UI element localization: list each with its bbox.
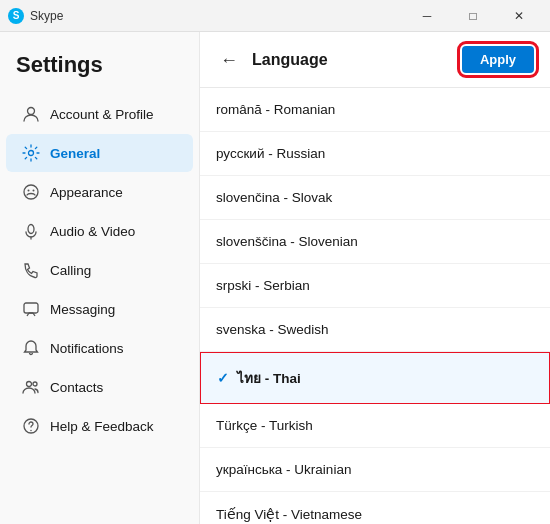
language-panel: ← Language Apply ✓română - Romanian✓русс… [200,32,550,524]
sidebar-item-audio-video[interactable]: Audio & Video [6,212,193,250]
maximize-button[interactable]: □ [450,0,496,32]
language-item[interactable]: ✓українська - Ukrainian [200,448,550,492]
sidebar-item-contacts-label: Contacts [50,380,103,395]
appearance-icon [22,183,40,201]
language-item[interactable]: ✓română - Romanian [200,88,550,132]
sidebar: Settings Account & Profile General [0,32,200,524]
language-item[interactable]: ✓svenska - Swedish [200,308,550,352]
sidebar-item-general-label: General [50,146,100,161]
sidebar-item-calling[interactable]: Calling [6,251,193,289]
settings-title: Settings [0,44,199,94]
sidebar-item-messaging-label: Messaging [50,302,115,317]
language-label: slovenčina - Slovak [216,190,332,205]
title-bar: S Skype ─ □ ✕ [0,0,550,32]
language-item[interactable]: ✓Tiếng Việt - Vietnamese [200,492,550,524]
check-icon: ✓ [217,370,229,386]
language-label: русский - Russian [216,146,325,161]
language-label: Türkçe - Turkish [216,418,313,433]
language-label: srpski - Serbian [216,278,310,293]
svg-point-11 [30,430,32,432]
help-icon [22,417,40,435]
language-label: svenska - Swedish [216,322,329,337]
sidebar-item-audio-video-label: Audio & Video [50,224,135,239]
messaging-icon [22,300,40,318]
language-label: ไทย - Thai [237,367,301,389]
general-icon [22,144,40,162]
svg-point-3 [28,190,30,192]
sidebar-item-appearance[interactable]: Appearance [6,173,193,211]
sidebar-item-account[interactable]: Account & Profile [6,95,193,133]
language-label: Tiếng Việt - Vietnamese [216,506,362,522]
sidebar-item-account-label: Account & Profile [50,107,154,122]
svg-point-1 [29,151,34,156]
language-item[interactable]: ✓slovenščina - Slovenian [200,220,550,264]
sidebar-item-contacts[interactable]: Contacts [6,368,193,406]
window-controls: ─ □ ✕ [404,0,542,32]
language-item[interactable]: ✓slovenčina - Slovak [200,176,550,220]
language-label: українська - Ukrainian [216,462,351,477]
svg-point-2 [24,185,38,199]
language-header: ← Language Apply [200,32,550,88]
svg-point-9 [33,382,37,386]
svg-point-8 [27,382,32,387]
sidebar-item-messaging[interactable]: Messaging [6,290,193,328]
language-item[interactable]: ✓русский - Russian [200,132,550,176]
sidebar-item-appearance-label: Appearance [50,185,123,200]
close-button[interactable]: ✕ [496,0,542,32]
language-item[interactable]: ✓srpski - Serbian [200,264,550,308]
sidebar-item-notifications[interactable]: Notifications [6,329,193,367]
back-button[interactable]: ← [216,49,242,71]
language-item[interactable]: ✓Türkçe - Turkish [200,404,550,448]
main-layout: Settings Account & Profile General [0,32,550,524]
language-title: Language [252,51,462,69]
svg-rect-7 [24,303,38,313]
app-icon: S [8,8,24,24]
language-label: slovenščina - Slovenian [216,234,358,249]
sidebar-item-help-feedback-label: Help & Feedback [50,419,154,434]
sidebar-item-help-feedback[interactable]: Help & Feedback [6,407,193,445]
minimize-button[interactable]: ─ [404,0,450,32]
contacts-icon [22,378,40,396]
language-label: română - Romanian [216,102,335,117]
language-list: ✓română - Romanian✓русский - Russian✓slo… [200,88,550,524]
svg-point-5 [28,225,34,234]
svg-point-0 [28,108,35,115]
sidebar-item-notifications-label: Notifications [50,341,124,356]
language-item[interactable]: ✓ไทย - Thai [200,352,550,404]
notifications-icon [22,339,40,357]
sidebar-item-calling-label: Calling [50,263,91,278]
apply-button[interactable]: Apply [462,46,534,73]
svg-point-4 [33,190,35,192]
account-icon [22,105,40,123]
calling-icon [22,261,40,279]
app-title: Skype [30,9,404,23]
audio-video-icon [22,222,40,240]
sidebar-item-general[interactable]: General [6,134,193,172]
